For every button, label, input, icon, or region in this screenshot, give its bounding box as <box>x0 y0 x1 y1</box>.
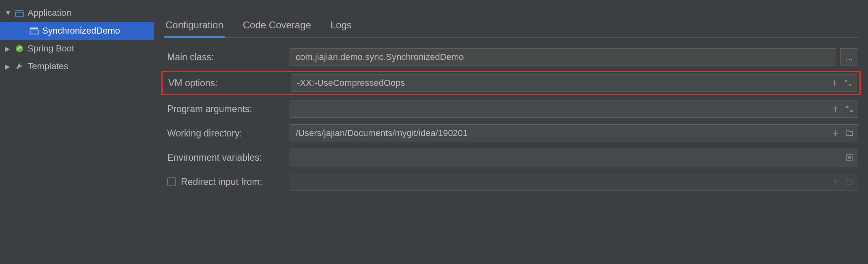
browse-button <box>843 176 855 188</box>
checkbox-icon <box>167 177 176 186</box>
tree-node-label: Templates <box>28 61 68 72</box>
tab-configuration[interactable]: Configuration <box>164 15 225 37</box>
program-arguments-label: Program arguments: <box>164 104 290 115</box>
tree-node-application[interactable]: ▼ Application <box>0 4 154 22</box>
main-class-input[interactable]: com.jiajian.demo.sync.SynchronizedDemo <box>290 48 836 66</box>
list-icon <box>846 154 853 161</box>
tree-node-templates[interactable]: ▶ Templates <box>0 57 154 75</box>
expand-button[interactable] <box>842 77 854 89</box>
main-class-label: Main class: <box>164 52 290 63</box>
plus-icon <box>832 179 839 185</box>
add-button[interactable] <box>828 77 840 89</box>
row-program-arguments: Program arguments: <box>164 97 858 121</box>
browse-button[interactable] <box>843 127 855 139</box>
svg-rect-2 <box>30 28 38 29</box>
browse-button[interactable]: ... <box>840 48 858 66</box>
add-button <box>829 176 842 188</box>
redirect-input-label: Redirect input from: <box>181 177 262 187</box>
ellipsis-icon: ... <box>846 52 853 62</box>
expand-icon <box>846 106 853 112</box>
tree-node-label: SynchronizedDemo <box>42 26 120 36</box>
row-vm-options: VM options: -XX:-UseCompressedOops <box>161 71 861 95</box>
form: Main class: com.jiajian.demo.sync.Synchr… <box>164 45 858 194</box>
list-button[interactable] <box>843 151 855 164</box>
row-redirect-input: Redirect input from: <box>164 170 858 194</box>
add-button[interactable] <box>829 103 842 115</box>
vm-options-label: VM options: <box>165 78 291 89</box>
svg-rect-1 <box>15 12 24 16</box>
folder-icon <box>846 130 853 136</box>
tab-logs[interactable]: Logs <box>329 15 353 37</box>
configuration-tree: ▼ Application SynchronizedDemo ▶ Spring … <box>0 0 154 264</box>
svg-rect-3 <box>30 30 38 34</box>
plus-icon <box>832 106 839 112</box>
tree-node-synchronized-demo[interactable]: SynchronizedDemo <box>0 22 154 40</box>
application-icon <box>15 8 24 18</box>
row-environment-variables: Environment variables: <box>164 145 858 170</box>
program-arguments-input[interactable] <box>290 100 858 118</box>
expand-icon <box>845 80 851 86</box>
redirect-input-toggle[interactable]: Redirect input from: <box>164 177 290 187</box>
configuration-panel: Configuration Code Coverage Logs Main cl… <box>154 0 868 264</box>
svg-point-4 <box>16 45 23 52</box>
plus-icon <box>831 80 838 86</box>
plus-icon <box>832 130 839 136</box>
wrench-icon <box>15 62 24 71</box>
application-icon <box>29 26 39 36</box>
redirect-input-field <box>290 173 858 191</box>
vm-options-input[interactable]: -XX:-UseCompressedOops <box>291 74 857 92</box>
tree-node-spring-boot[interactable]: ▶ Spring Boot <box>0 40 154 57</box>
working-directory-label: Working directory: <box>164 128 290 139</box>
working-directory-input[interactable]: /Users/jajian/Documents/mygit/idea/19020… <box>290 124 858 142</box>
svg-rect-0 <box>15 10 24 11</box>
chevron-down-icon: ▼ <box>5 9 11 17</box>
tabs: Configuration Code Coverage Logs <box>164 15 858 38</box>
chevron-right-icon: ▶ <box>5 45 11 53</box>
tree-node-label: Spring Boot <box>28 43 74 54</box>
spring-icon <box>15 44 24 53</box>
tree-node-label: Application <box>28 8 71 18</box>
environment-variables-label: Environment variables: <box>164 152 290 163</box>
tab-code-coverage[interactable]: Code Coverage <box>241 15 313 37</box>
add-button[interactable] <box>829 127 842 139</box>
folder-icon <box>846 179 853 185</box>
expand-button[interactable] <box>843 103 855 115</box>
row-working-directory: Working directory: /Users/jajian/Documen… <box>164 121 858 145</box>
environment-variables-input[interactable] <box>290 149 858 166</box>
chevron-right-icon: ▶ <box>5 63 11 70</box>
row-main-class: Main class: com.jiajian.demo.sync.Synchr… <box>164 45 858 69</box>
